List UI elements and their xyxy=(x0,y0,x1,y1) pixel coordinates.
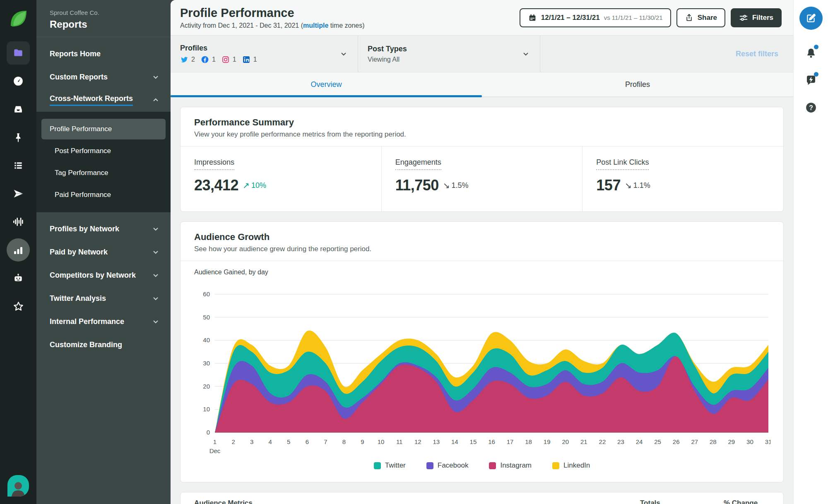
svg-text:5: 5 xyxy=(287,438,290,445)
percent-change-column-header: % Change xyxy=(724,499,758,504)
post-types-label: Post Types xyxy=(368,45,407,53)
folder-nav-icon[interactable] xyxy=(7,41,30,65)
favorites-star-icon[interactable] xyxy=(7,295,30,318)
svg-text:27: 27 xyxy=(691,438,698,445)
trend-down-icon xyxy=(625,181,632,190)
whats-new-button[interactable] xyxy=(802,71,820,89)
listening-waveform-icon[interactable] xyxy=(7,210,30,233)
org-name: Sprout Coffee Co. xyxy=(50,9,171,16)
profiles-filter-label: Profiles xyxy=(180,44,257,53)
svg-text:0: 0 xyxy=(207,429,210,436)
filters-button[interactable]: Filters xyxy=(731,8,782,27)
trend-up-icon xyxy=(243,181,250,190)
filter-bar-right: Reset filters xyxy=(540,36,793,72)
facebook-icon xyxy=(201,55,209,64)
header-actions: 12/1/21 – 12/31/21 vs 11/1/21 – 11/30/21… xyxy=(520,8,782,27)
audience-growth-chart-block: Audience Gained, by day 0102030405060123… xyxy=(181,261,783,482)
audience-growth-title: Audience Growth xyxy=(194,232,770,242)
reports-sidebar: Sprout Coffee Co. Reports Reports Home C… xyxy=(36,0,171,504)
help-icon: ? xyxy=(805,101,817,114)
page-title: Profile Performance xyxy=(180,6,365,20)
help-button[interactable]: ? xyxy=(802,98,820,117)
inbox-icon[interactable] xyxy=(7,98,30,121)
performance-summary-header: Performance Summary View your key profil… xyxy=(181,107,783,146)
svg-text:10: 10 xyxy=(378,438,385,445)
multiple-timezones-link[interactable]: multiple xyxy=(303,22,328,29)
linkedin-count: 1 xyxy=(242,55,257,64)
chevron-down-icon xyxy=(152,73,160,81)
svg-text:17: 17 xyxy=(507,438,514,445)
svg-text:19: 19 xyxy=(544,438,551,445)
main-content: Profile Performance Activity from Dec 1,… xyxy=(171,0,793,504)
sidebar-nav: Reports Home Custom Reports Cross-Networ… xyxy=(36,37,171,112)
sidebar-item-competitors-by-network[interactable]: Competitors by Network xyxy=(36,264,171,287)
impressions-label[interactable]: Impressions xyxy=(194,158,234,170)
legend-item-linkedin[interactable]: LinkedIn xyxy=(552,461,590,470)
tab-overview[interactable]: Overview xyxy=(171,72,482,96)
svg-text:25: 25 xyxy=(654,438,661,445)
svg-text:16: 16 xyxy=(488,438,495,445)
svg-text:14: 14 xyxy=(451,438,458,445)
page-subtitle: Activity from Dec 1, 2021 - Dec 31, 2021… xyxy=(180,22,365,29)
submenu-item-profile-performance[interactable]: Profile Performance xyxy=(41,119,166,139)
sidebar-item-internal-performance[interactable]: Internal Performance xyxy=(36,310,171,333)
user-avatar[interactable] xyxy=(7,475,29,497)
sidebar-item-customize-branding[interactable]: Customize Branding xyxy=(36,333,171,356)
impressions-delta: 10% xyxy=(243,181,266,190)
date-range-button[interactable]: 12/1/21 – 12/31/21 vs 11/1/21 – 11/30/21 xyxy=(520,8,671,27)
tab-profiles[interactable]: Profiles xyxy=(482,72,793,96)
svg-text:60: 60 xyxy=(203,290,210,298)
pin-icon[interactable] xyxy=(7,126,30,149)
profiles-filter[interactable]: Profiles 2 1 1 xyxy=(171,36,358,72)
icon-rail xyxy=(0,0,36,504)
sidebar-item-cross-network-reports[interactable]: Cross-Network Reports xyxy=(36,89,171,112)
sidebar-item-profiles-by-network[interactable]: Profiles by Network xyxy=(36,217,171,240)
svg-text:6: 6 xyxy=(306,438,309,445)
post-link-clicks-value: 157 xyxy=(596,177,621,194)
notifications-button[interactable] xyxy=(802,44,820,62)
svg-text:7: 7 xyxy=(324,438,327,445)
feed-list-icon[interactable] xyxy=(7,154,30,177)
sidebar-item-reports-home[interactable]: Reports Home xyxy=(36,42,171,65)
trend-down-icon xyxy=(443,181,450,190)
engagements-value: 11,750 xyxy=(395,177,439,194)
sidebar-item-paid-by-network[interactable]: Paid by Network xyxy=(36,240,171,264)
chevron-down-icon xyxy=(152,225,160,233)
svg-text:13: 13 xyxy=(433,438,440,445)
bot-icon[interactable] xyxy=(7,266,30,290)
performance-summary-title: Performance Summary xyxy=(194,117,770,128)
svg-text:15: 15 xyxy=(470,438,477,445)
dashboard-gauge-icon[interactable] xyxy=(7,70,30,93)
legend-item-instagram[interactable]: Instagram xyxy=(489,461,532,470)
legend-item-twitter[interactable]: Twitter xyxy=(374,461,406,470)
sidebar-nav-secondary: Profiles by Network Paid by Network Comp… xyxy=(36,212,171,356)
svg-text:2: 2 xyxy=(231,438,235,445)
svg-text:11: 11 xyxy=(396,438,403,445)
submenu-item-tag-performance[interactable]: Tag Performance xyxy=(41,163,166,183)
submenu-item-post-performance[interactable]: Post Performance xyxy=(41,141,166,161)
utility-rail: ? xyxy=(793,0,828,504)
submenu-item-paid-performance[interactable]: Paid Performance xyxy=(41,185,166,205)
sidebar-item-twitter-analysis[interactable]: Twitter Analysis xyxy=(36,287,171,310)
compose-button[interactable] xyxy=(799,7,823,30)
svg-text:30: 30 xyxy=(746,438,753,445)
impressions-value: 23,412 xyxy=(194,177,238,194)
engagements-label[interactable]: Engagements xyxy=(395,158,441,170)
svg-text:50: 50 xyxy=(203,314,210,321)
legend-item-facebook[interactable]: Facebook xyxy=(426,461,469,470)
publishing-plane-icon[interactable] xyxy=(7,182,30,205)
post-link-clicks-label[interactable]: Post Link Clicks xyxy=(596,158,649,170)
app-root: Sprout Coffee Co. Reports Reports Home C… xyxy=(0,0,828,504)
summary-metrics-row: Impressions 23,412 10% Engagements 11,75… xyxy=(181,146,783,211)
svg-text:30: 30 xyxy=(203,360,210,367)
sprout-logo-icon[interactable] xyxy=(7,7,29,29)
cross-network-submenu: Profile Performance Post Performance Tag… xyxy=(36,112,171,212)
audience-metrics-card: Audience Metrics Totals % Change xyxy=(180,492,784,504)
share-button[interactable]: Share xyxy=(676,8,725,27)
reports-bar-chart-icon[interactable] xyxy=(7,238,30,262)
svg-text:18: 18 xyxy=(525,438,532,445)
audience-metrics-title: Audience Metrics xyxy=(194,499,253,504)
sidebar-item-custom-reports[interactable]: Custom Reports xyxy=(36,65,171,89)
reset-filters-button[interactable]: Reset filters xyxy=(736,50,778,58)
post-types-filter[interactable]: Post Types Viewing All xyxy=(358,36,540,72)
